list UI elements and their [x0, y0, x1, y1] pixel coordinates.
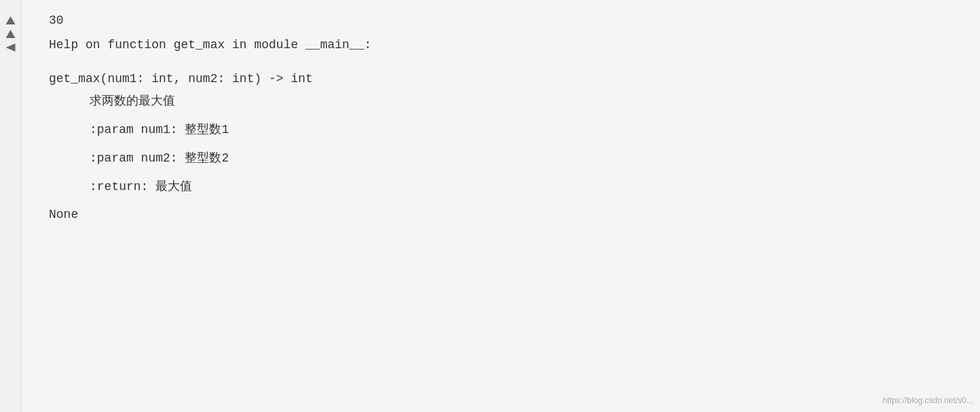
help-header: Help on function get_max in module __mai…: [49, 38, 953, 52]
scroll-left-icon[interactable]: [6, 43, 16, 52]
docstring-summary: 求两数的最大值: [90, 92, 953, 109]
function-signature: get_max(num1: int, num2: int) -> int: [49, 72, 953, 86]
scroll-up-icon[interactable]: [6, 16, 16, 24]
docstring-param1: :param num1: 整型数1: [90, 121, 953, 137]
line-number: 30: [49, 14, 953, 27]
docstring-block: 求两数的最大值 :param num1: 整型数1 :param num2: 整…: [49, 92, 953, 194]
scrollbar: [0, 0, 22, 412]
docstring-return: :return: 最大值: [90, 178, 953, 194]
watermark: https://blog.csdn.net/s0...: [883, 396, 973, 405]
scroll-down-icon[interactable]: [6, 30, 16, 38]
docstring-param2: :param num2: 整型数2: [90, 149, 953, 166]
result-none: None: [49, 208, 953, 221]
main-content: 30 Help on function get_max in module __…: [22, 0, 980, 235]
